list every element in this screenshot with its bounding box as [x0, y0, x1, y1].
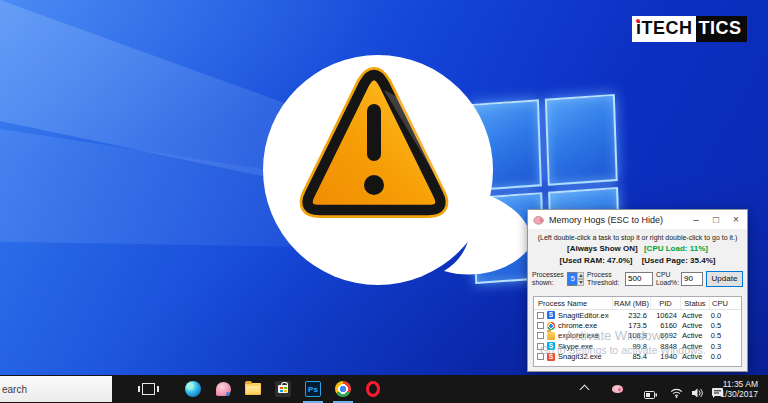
row-checkbox[interactable] [537, 332, 544, 339]
process-threshold-input[interactable] [625, 272, 653, 286]
instruction-text: (Left double-click a task to stop it or … [528, 234, 747, 241]
clock-time: 11:35 AM [720, 379, 758, 389]
window-title: Memory Hogs (ESC to Hide) [549, 215, 686, 225]
process-name: SnagitEditor.exe [555, 311, 609, 320]
speech-bubble [250, 48, 542, 300]
pink-app-taskbar-button[interactable] [214, 380, 232, 398]
edge-taskbar-button[interactable] [184, 380, 202, 398]
header-ram[interactable]: RAM (MB) [613, 297, 651, 309]
file-explorer-icon [245, 383, 261, 395]
window-titlebar[interactable]: Memory Hogs (ESC to Hide) – □ × [528, 210, 747, 229]
clock-date: 1/30/2017 [720, 389, 758, 399]
opera-taskbar-button[interactable] [364, 380, 382, 398]
used-ram-status: [Used RAM: 47.0%] [560, 256, 633, 265]
process-status: Active [677, 321, 706, 330]
row-checkbox[interactable] [537, 322, 544, 329]
cpu-load-status: [CPU Load: 11%] [644, 244, 708, 253]
processes-shown-spinner[interactable]: 5 [567, 272, 584, 286]
pig-tray-icon [612, 385, 623, 393]
spinner-down-icon[interactable] [577, 279, 584, 286]
store-taskbar-button[interactable] [274, 380, 292, 398]
battery-tray-button[interactable] [644, 385, 657, 403]
table-row[interactable]: S SnagitEditor.exe 232.6 10624 Active 0.… [534, 310, 741, 320]
pig-icon [533, 215, 545, 225]
memory-hogs-tray-button[interactable] [612, 385, 623, 393]
itechtics-logo: iTECH TICS [632, 16, 747, 42]
update-button[interactable]: Update [706, 271, 743, 287]
search-text: earch [2, 384, 27, 395]
file-explorer-taskbar-button[interactable] [244, 380, 262, 398]
itechtics-logo-left: iTECH [632, 16, 696, 42]
close-button[interactable]: × [726, 211, 746, 228]
logo-red-dot [636, 19, 640, 23]
task-view-button[interactable] [139, 380, 157, 398]
process-cpu: 0.0 [706, 311, 726, 320]
chrome-icon [335, 381, 351, 397]
row-checkbox[interactable] [537, 312, 544, 319]
used-page-status: [Used Page: 35.4%] [642, 256, 716, 265]
activate-windows-watermark: Activate Windows [565, 328, 668, 343]
battery-icon [644, 391, 657, 399]
volume-tray-button[interactable] [692, 384, 704, 402]
explorer-icon [547, 332, 555, 340]
pink-app-icon [216, 382, 231, 396]
chevron-up-icon [580, 385, 590, 395]
always-show-status: [Always Show ON] [567, 244, 638, 253]
maximize-button[interactable]: □ [706, 211, 726, 228]
cpu-load-label: CPU Load%: [656, 271, 678, 287]
processes-shown-value[interactable]: 5 [567, 272, 577, 286]
speaker-icon [692, 388, 704, 398]
chrome-taskbar-button[interactable] [334, 380, 352, 398]
photoshop-icon: Ps [305, 381, 321, 397]
tray-expand-button[interactable] [581, 383, 588, 393]
cpu-load-input[interactable] [681, 272, 703, 286]
photoshop-taskbar-button[interactable]: Ps [304, 380, 322, 398]
taskbar: earch Ps [0, 375, 768, 403]
wifi-icon [670, 388, 683, 398]
spinner-up-icon[interactable] [577, 272, 584, 279]
process-threshold-label: Process Threshold: [587, 271, 622, 287]
status-line-2: [Used RAM: 47.0%] [Used Page: 35.4%] [528, 256, 747, 265]
header-cpu[interactable]: CPU [710, 297, 730, 309]
process-cpu: 0.5 [706, 321, 726, 330]
search-input[interactable]: earch [0, 376, 112, 402]
status-line-1: [Always Show ON] [CPU Load: 11%] [528, 244, 747, 253]
snagit-editor-icon: S [547, 311, 555, 319]
process-cpu: 0.5 [706, 331, 726, 340]
process-pid: 10624 [647, 311, 677, 320]
controls-row: Processes shown: 5 Process Threshold: CP… [528, 270, 747, 287]
activate-windows-watermark-sub: Go to Settings to activate Windows. [540, 344, 706, 356]
process-ram: 232.6 [609, 311, 647, 320]
microsoft-store-icon [275, 381, 291, 397]
process-status: Active [677, 311, 706, 320]
taskbar-clock[interactable]: 11:35 AM 1/30/2017 [720, 379, 758, 400]
desktop: iTECH TICS Memory Hogs (ESC to Hide) – □… [0, 0, 768, 403]
chrome-icon [547, 322, 555, 330]
minimize-button[interactable]: – [686, 211, 706, 228]
header-process-name[interactable]: Process Name [534, 297, 613, 309]
opera-icon [366, 381, 380, 397]
edge-icon [185, 381, 201, 397]
itechtics-logo-right: TICS [696, 16, 747, 42]
header-status[interactable]: Status [681, 297, 710, 309]
table-header[interactable]: Process Name RAM (MB) PID Status CPU [534, 297, 741, 310]
windows-logo-pane [545, 94, 618, 186]
task-view-icon [142, 383, 155, 395]
header-pid[interactable]: PID [651, 297, 681, 309]
process-cpu: 0.0 [706, 352, 726, 361]
process-status: Active [677, 331, 706, 340]
wifi-tray-button[interactable] [670, 384, 683, 402]
process-cpu: 0.3 [706, 342, 726, 351]
processes-shown-label: Processes shown: [532, 271, 564, 287]
